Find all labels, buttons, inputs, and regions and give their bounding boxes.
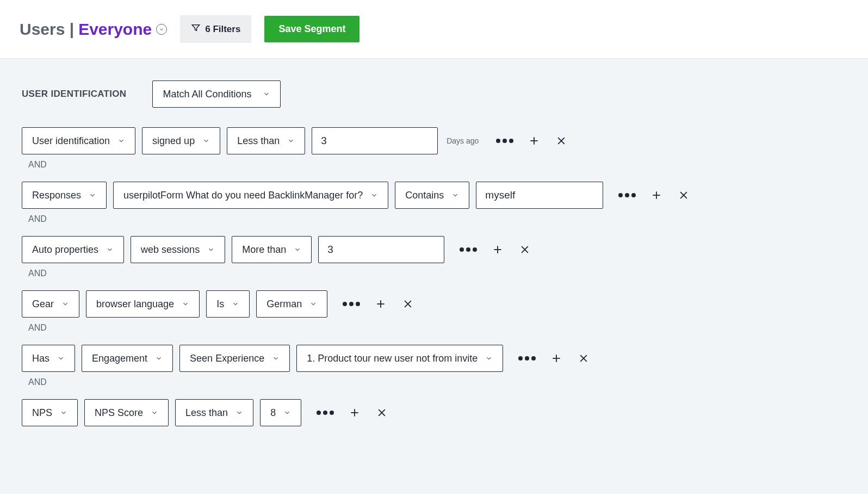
and-label: AND: [28, 323, 846, 333]
row-actions: [518, 352, 590, 365]
row-actions: [460, 243, 531, 256]
condition-value-input[interactable]: [476, 182, 603, 209]
remove-condition-button[interactable]: [577, 352, 590, 365]
chevron-down-icon: [60, 409, 67, 417]
chevron-down-icon: [263, 90, 270, 98]
condition-value-input[interactable]: [312, 127, 438, 154]
condition-select[interactable]: Less than: [175, 399, 253, 426]
condition-select[interactable]: web sessions: [131, 236, 225, 263]
condition-select[interactable]: 8: [260, 399, 301, 426]
chevron-down-icon: [287, 137, 295, 145]
row-actions: [496, 134, 568, 147]
chevron-down-icon: [155, 355, 163, 362]
condition-select[interactable]: NPS: [22, 399, 78, 426]
remove-condition-button[interactable]: [518, 243, 531, 256]
chevron-down-icon: [207, 246, 215, 253]
header: Users | Everyone 6 Filters Save Segment: [0, 0, 868, 59]
filter-label: 6 Filters: [205, 24, 240, 35]
add-condition-button[interactable]: [491, 243, 504, 256]
more-icon[interactable]: [518, 356, 536, 361]
chevron-down-icon: [309, 300, 317, 308]
chevron-down-icon: [106, 246, 114, 253]
and-label: AND: [28, 269, 846, 278]
filter-builder: USER IDENTIFICATION Match All Conditions…: [0, 59, 868, 494]
match-mode-value: Match All Conditions: [163, 89, 251, 100]
remove-condition-button[interactable]: [555, 134, 568, 147]
chevron-down-icon: [283, 409, 291, 417]
more-icon[interactable]: [343, 302, 360, 306]
chevron-down-icon: [294, 246, 301, 253]
condition-select[interactable]: userpilotForm What do you need BacklinkM…: [113, 182, 388, 209]
chevron-down-icon: [370, 191, 378, 199]
condition-select[interactable]: Has: [22, 345, 75, 372]
add-condition-button[interactable]: [374, 297, 387, 310]
condition-select[interactable]: browser language: [86, 290, 200, 318]
page-title: Users | Everyone: [20, 20, 167, 39]
remove-condition-button[interactable]: [375, 406, 388, 419]
condition-select[interactable]: Less than: [227, 127, 305, 154]
condition-select[interactable]: Engagement: [82, 345, 173, 372]
segment-dropdown-icon[interactable]: [156, 24, 167, 35]
add-condition-button[interactable]: [348, 406, 361, 419]
chevron-down-icon: [202, 137, 210, 145]
match-mode-select[interactable]: Match All Conditions: [152, 80, 281, 108]
filter-icon: [191, 23, 201, 35]
condition-row: Gear browser language Is German: [22, 290, 846, 318]
chevron-down-icon: [57, 355, 65, 362]
add-condition-button[interactable]: [650, 189, 663, 202]
row-actions: [343, 297, 414, 310]
chevron-down-icon: [61, 300, 69, 308]
title-prefix: Users |: [20, 20, 74, 39]
more-icon[interactable]: [618, 193, 636, 197]
and-label: AND: [28, 214, 846, 224]
add-condition-button[interactable]: [528, 134, 541, 147]
chevron-down-icon: [117, 137, 125, 145]
condition-select[interactable]: User identification: [22, 127, 135, 154]
filters-button[interactable]: 6 Filters: [180, 15, 251, 43]
condition-select[interactable]: 1. Product tour new user not from invite: [296, 345, 503, 372]
condition-row: Has Engagement Seen Experience 1. Produc…: [22, 345, 846, 372]
condition-select[interactable]: Contains: [395, 182, 469, 209]
chevron-down-icon: [151, 409, 158, 417]
save-segment-button[interactable]: Save Segment: [264, 16, 359, 42]
chevron-down-icon: [272, 355, 280, 362]
condition-value-input[interactable]: [318, 236, 444, 263]
chevron-down-icon: [451, 191, 459, 199]
chevron-down-icon: [232, 300, 239, 308]
and-label: AND: [28, 160, 846, 170]
condition-row: NPS NPS Score Less than 8: [22, 399, 846, 426]
more-icon[interactable]: [460, 247, 477, 252]
condition-row: Responses userpilotForm What do you need…: [22, 182, 846, 209]
chevron-down-icon: [89, 191, 96, 199]
more-icon[interactable]: [317, 411, 334, 415]
row-actions: [618, 189, 690, 202]
remove-condition-button[interactable]: [677, 189, 690, 202]
condition-select[interactable]: Gear: [22, 290, 79, 318]
chevron-down-icon: [235, 409, 243, 417]
condition-select[interactable]: Is: [206, 290, 250, 318]
condition-row: User identification signed up Less than …: [22, 127, 846, 154]
chevron-down-icon: [182, 300, 189, 308]
condition-unit: Days ago: [447, 136, 479, 145]
condition-select[interactable]: Seen Experience: [179, 345, 290, 372]
condition-select[interactable]: Auto properties: [22, 236, 124, 263]
condition-select[interactable]: More than: [232, 236, 312, 263]
condition-select[interactable]: German: [256, 290, 327, 318]
condition-select[interactable]: Responses: [22, 182, 107, 209]
condition-row: Auto properties web sessions More than: [22, 236, 846, 263]
section-label: USER IDENTIFICATION: [22, 89, 126, 100]
and-label: AND: [28, 377, 846, 387]
chevron-down-icon: [485, 355, 493, 362]
more-icon[interactable]: [496, 139, 513, 143]
remove-condition-button[interactable]: [401, 297, 414, 310]
add-condition-button[interactable]: [550, 352, 563, 365]
row-actions: [317, 406, 388, 419]
condition-select[interactable]: NPS Score: [84, 399, 169, 426]
section-header: USER IDENTIFICATION Match All Conditions: [22, 80, 846, 108]
segment-name: Everyone: [78, 20, 152, 39]
condition-select[interactable]: signed up: [142, 127, 220, 154]
